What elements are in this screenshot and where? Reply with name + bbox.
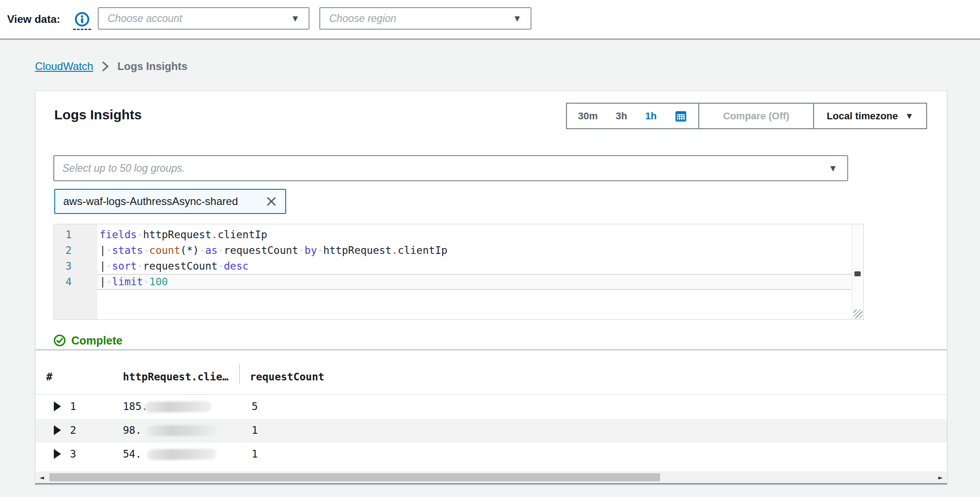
choose-region-dropdown[interactable]: Choose region ▼ bbox=[319, 7, 531, 30]
results-rows: 1185.5298.1354.1 bbox=[35, 395, 947, 466]
page-title: Logs Insights bbox=[54, 107, 142, 122]
row-index: 3 bbox=[70, 448, 76, 460]
chevron-down-icon: ▼ bbox=[828, 163, 837, 174]
code-line: fields·httpRequest.clientIp bbox=[100, 227, 851, 243]
time-range-3h-button[interactable]: 3h bbox=[616, 110, 627, 122]
editor-resize-handle[interactable] bbox=[854, 310, 862, 318]
breadcrumb-current: Logs Insights bbox=[118, 60, 187, 73]
scroll-left-arrow-icon[interactable]: ◄ bbox=[36, 474, 48, 481]
code-line: |·stats·count(*)·as·requestCount·by·http… bbox=[100, 243, 851, 258]
editor-vertical-scrollbar[interactable] bbox=[852, 224, 863, 319]
query-status: Complete bbox=[53, 333, 122, 348]
client-ip-prefix: 98. bbox=[123, 424, 142, 436]
timezone-label: Local timezone bbox=[827, 110, 898, 122]
expand-row-icon[interactable] bbox=[54, 449, 61, 459]
breadcrumb: CloudWatch Logs Insights bbox=[35, 58, 187, 74]
chevron-down-icon: ▼ bbox=[513, 13, 522, 24]
results-header: # httpRequest.clie… requestCount bbox=[35, 350, 947, 395]
view-data-label: View data: bbox=[7, 0, 60, 39]
choose-region-placeholder: Choose region bbox=[329, 13, 507, 25]
compare-label: Compare (Off) bbox=[723, 110, 789, 122]
code-line: |·sort·requestCount·desc bbox=[100, 258, 851, 274]
chevron-down-icon: ▼ bbox=[291, 13, 300, 24]
choose-account-dropdown[interactable]: Choose account ▼ bbox=[98, 7, 309, 30]
table-row[interactable]: 298.1 bbox=[35, 419, 947, 443]
header-divider bbox=[35, 394, 947, 395]
redacted-ip bbox=[147, 449, 217, 460]
column-header-request-count: requestCount bbox=[250, 371, 324, 383]
request-count-value: 5 bbox=[252, 401, 258, 412]
time-range-group: 30m 3h 1h bbox=[566, 103, 699, 129]
breadcrumb-cloudwatch-link[interactable]: CloudWatch bbox=[35, 60, 93, 73]
row-index: 1 bbox=[70, 401, 76, 412]
column-header-client-ip: httpRequest.clie… bbox=[123, 371, 228, 383]
query-editor[interactable]: 1234 fields·httpRequest.clientIp|·stats·… bbox=[53, 224, 864, 320]
status-complete-check-icon bbox=[53, 334, 66, 347]
logs-insights-panel: Logs Insights 30m 3h 1h Compare (Off) bbox=[35, 91, 947, 484]
editor-scrollbar-thumb[interactable] bbox=[854, 271, 861, 276]
horizontal-scrollbar[interactable]: ◄ ► bbox=[36, 471, 946, 483]
request-count-value: 1 bbox=[252, 448, 258, 460]
query-code[interactable]: fields·httpRequest.clientIp|·stats·count… bbox=[97, 227, 851, 319]
log-group-placeholder: Select up to 50 log groups. bbox=[62, 162, 828, 174]
expand-row-icon[interactable] bbox=[54, 425, 61, 435]
redacted-ip bbox=[146, 425, 218, 436]
results-table: # httpRequest.clie… requestCount 1185.52… bbox=[35, 349, 947, 485]
scrollbar-thumb[interactable] bbox=[49, 473, 660, 481]
table-row[interactable]: 354.1 bbox=[35, 443, 947, 466]
compare-toggle-button[interactable]: Compare (Off) bbox=[698, 103, 814, 129]
time-controls: 30m 3h 1h Compare (Off) Local timezone bbox=[566, 103, 927, 129]
column-resize-divider[interactable] bbox=[239, 364, 240, 384]
expand-row-icon[interactable] bbox=[54, 401, 61, 411]
client-ip-prefix: 54. bbox=[123, 448, 142, 460]
redacted-ip bbox=[144, 401, 212, 413]
selected-log-group-token: aws-waf-logs-AuthressAsync-shared bbox=[54, 189, 286, 214]
info-icon[interactable] bbox=[74, 12, 90, 27]
line-number: 2 bbox=[54, 243, 97, 258]
custom-date-range-calendar-icon[interactable] bbox=[675, 110, 687, 122]
column-header-index: # bbox=[46, 371, 52, 383]
remove-log-group-icon[interactable] bbox=[266, 196, 277, 207]
scroll-right-arrow-icon[interactable]: ► bbox=[935, 474, 946, 481]
timezone-dropdown[interactable]: Local timezone ▼ bbox=[813, 103, 927, 129]
chevron-down-icon: ▼ bbox=[905, 111, 914, 121]
row-index: 2 bbox=[70, 424, 76, 436]
status-label: Complete bbox=[71, 334, 122, 347]
line-number: 4 bbox=[54, 274, 97, 290]
editor-line-number-gutter: 1234 bbox=[54, 224, 97, 319]
time-range-1h-button[interactable]: 1h bbox=[645, 110, 657, 122]
time-range-30m-button[interactable]: 30m bbox=[578, 110, 598, 122]
choose-account-placeholder: Choose account bbox=[108, 13, 285, 25]
request-count-value: 1 bbox=[252, 424, 258, 436]
selected-log-group-name: aws-waf-logs-AuthressAsync-shared bbox=[63, 195, 238, 208]
view-data-bar: View data: Choose account ▼ Choose regio… bbox=[0, 0, 980, 39]
code-line: |·limit·100 bbox=[100, 274, 851, 290]
info-tooltip-underline bbox=[73, 28, 91, 30]
scrollbar-track[interactable] bbox=[48, 471, 935, 483]
log-group-select[interactable]: Select up to 50 log groups. ▼ bbox=[53, 155, 848, 181]
breadcrumb-chevron-icon bbox=[101, 61, 109, 72]
line-number: 1 bbox=[54, 227, 97, 243]
table-row[interactable]: 1185.5 bbox=[35, 395, 947, 419]
line-number: 3 bbox=[54, 258, 97, 274]
